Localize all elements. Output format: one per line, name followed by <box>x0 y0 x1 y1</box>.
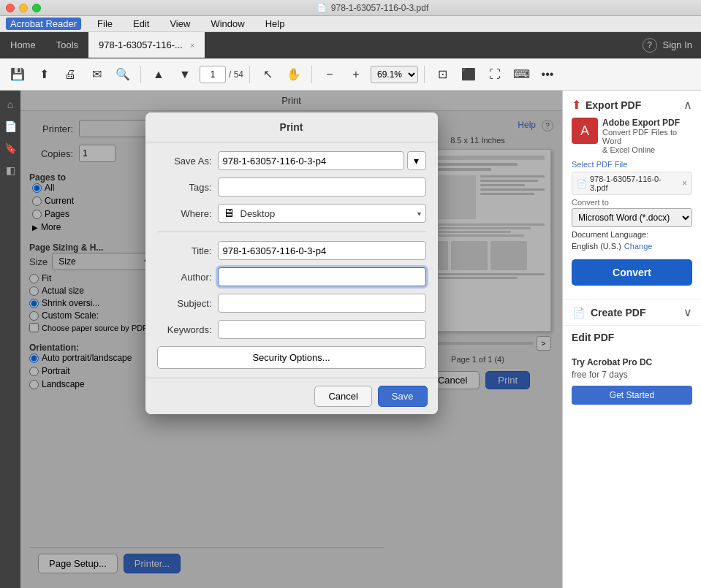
cursor-tool[interactable]: ↖ <box>256 63 279 86</box>
tab-tools-label: Tools <box>56 39 78 50</box>
toolbar-sep-4 <box>424 66 425 83</box>
export-collapse-icon[interactable]: ∧ <box>683 98 692 112</box>
dialog-save-button[interactable]: Save <box>378 386 428 407</box>
left-panel-pages[interactable]: 📄 <box>2 118 18 134</box>
save-as-input[interactable] <box>218 151 404 170</box>
keywords-input[interactable] <box>218 320 426 339</box>
close-button[interactable] <box>6 4 15 12</box>
print-button[interactable]: 🖨 <box>58 63 82 86</box>
zoom-out-button[interactable]: − <box>318 63 341 86</box>
help-icon[interactable]: ? <box>643 38 657 53</box>
search-button[interactable]: 🔍 <box>111 63 134 86</box>
keywords-label: Keywords: <box>157 324 212 335</box>
doc-lang-label: Document Language: <box>572 230 648 239</box>
menu-window[interactable]: Window <box>206 18 249 30</box>
tags-label: Tags: <box>157 182 212 193</box>
title-bar-content: 📄 978-1-63057-116-0-3.pdf <box>50 3 695 13</box>
tab-home[interactable]: Home <box>0 32 46 58</box>
keywords-row: Keywords: <box>157 320 426 339</box>
adobe-subtitle: Convert PDF Files to Word& Excel Online <box>602 128 692 154</box>
title-input[interactable] <box>218 241 426 260</box>
pro-text: Try Acrobat Pro DCfree for 7 days <box>572 356 692 381</box>
convert-button[interactable]: Convert <box>572 259 692 286</box>
title-bar: 📄 978-1-63057-116-0-3.pdf <box>0 0 701 16</box>
tab-tools[interactable]: Tools <box>46 32 88 58</box>
doc-lang-change[interactable]: Change <box>624 242 653 251</box>
maximize-button[interactable] <box>32 4 41 12</box>
minimize-button[interactable] <box>19 4 28 12</box>
save-button[interactable]: 💾 <box>6 63 29 86</box>
tab-bar: Home Tools 978-1-63057-116-... × ? Sign … <box>0 32 701 58</box>
tags-row: Tags: <box>157 177 426 196</box>
create-pdf-left: 📄 Create PDF <box>572 306 645 319</box>
security-options-button[interactable]: Security Options... <box>157 346 426 369</box>
fit-page-button[interactable]: ⬛ <box>457 63 480 86</box>
left-panel-layers[interactable]: ◧ <box>2 162 18 178</box>
menu-file[interactable]: File <box>93 18 117 30</box>
right-sidebar: ⬆ Export PDF ∧ A Adobe Export PDF Conver… <box>562 91 701 588</box>
where-select[interactable]: 🖥 Desktop ▾ <box>218 204 426 223</box>
left-panel-home[interactable]: ⌂ <box>2 96 18 112</box>
menu-view[interactable]: View <box>165 18 194 30</box>
adobe-title: Adobe Export PDF <box>602 118 692 128</box>
menu-edit[interactable]: Edit <box>129 18 154 30</box>
create-pdf-section[interactable]: 📄 Create PDF ∨ <box>563 299 701 326</box>
author-input[interactable] <box>218 267 426 286</box>
save-as-dropdown[interactable]: ▾ <box>407 151 426 170</box>
toolbar: 💾 ⬆ 🖨 ✉ 🔍 ▲ ▼ / 54 ↖ ✋ − + 69.1% 50% 75%… <box>0 58 701 91</box>
email-button[interactable]: ✉ <box>85 63 108 86</box>
where-icon: 🖥 <box>223 207 235 220</box>
where-text: Desktop <box>240 208 276 219</box>
doc-lang-row: Document Language: <box>572 230 692 239</box>
save-as-label: Save As: <box>157 156 212 167</box>
page-prev-button[interactable]: ▲ <box>147 63 170 86</box>
page-next-button[interactable]: ▼ <box>173 63 197 86</box>
adobe-text: Adobe Export PDF Convert PDF Files to Wo… <box>602 118 692 154</box>
save-dialog-footer: Cancel Save <box>145 378 438 414</box>
get-started-button[interactable]: Get Started <box>572 386 692 405</box>
more-tools-button[interactable]: ••• <box>536 63 559 86</box>
doc-lang-value: English (U.S.) <box>572 242 621 251</box>
adobe-icon: A <box>572 118 598 144</box>
zoom-in-button[interactable]: + <box>344 63 368 86</box>
file-chip-close[interactable]: × <box>682 178 687 188</box>
save-separator <box>157 232 426 232</box>
hand-tool[interactable]: ✋ <box>282 63 306 86</box>
tags-input[interactable] <box>218 177 426 196</box>
export-pdf-section: ⬆ Export PDF ∧ A Adobe Export PDF Conver… <box>563 91 701 299</box>
title-bar-icon: 📄 <box>317 3 327 12</box>
fit-width-button[interactable]: ⊡ <box>431 63 454 86</box>
subject-input[interactable] <box>218 294 426 313</box>
save-as-row: Save As: ▾ <box>157 151 426 170</box>
page-total-label: / 54 <box>229 69 243 80</box>
where-label: Where: <box>157 208 212 219</box>
author-row: Author: <box>157 267 426 286</box>
menu-help[interactable]: Help <box>261 18 289 30</box>
tab-document[interactable]: 978-1-63057-116-... × <box>88 32 205 58</box>
full-screen-button[interactable]: ⛶ <box>483 63 507 86</box>
export-icon: ⬆ <box>572 98 581 112</box>
create-pdf-expand-icon[interactable]: ∨ <box>683 305 692 319</box>
page-number-input[interactable] <box>200 66 226 83</box>
export-section-header: ⬆ Export PDF ∧ <box>572 98 692 112</box>
save-dialog-body: Save As: ▾ Tags: <box>145 142 438 378</box>
upload-button[interactable]: ⬆ <box>32 63 56 86</box>
menu-app[interactable]: Acrobat Reader <box>6 18 81 30</box>
sign-in-btn[interactable]: Sign In <box>663 39 692 50</box>
where-row: Where: 🖥 Desktop ▾ <box>157 204 426 223</box>
keyboard-button[interactable]: ⌨ <box>509 63 533 86</box>
dialog-overlay: Print Save As: ▾ Tags: <box>20 91 562 588</box>
zoom-select[interactable]: 69.1% 50% 75% 100% <box>371 66 418 83</box>
left-panel-bookmark[interactable]: 🔖 <box>2 140 18 156</box>
edit-pdf-section: Edit PDF <box>563 326 701 349</box>
file-chip-icon: 📄 <box>577 179 587 188</box>
tab-close-icon[interactable]: × <box>190 41 194 50</box>
export-content: A Adobe Export PDF Convert PDF Files to … <box>572 118 692 291</box>
save-dialog: Print Save As: ▾ Tags: <box>145 112 438 414</box>
pro-section: Try Acrobat Pro DCfree for 7 days Get St… <box>563 349 701 412</box>
select-pdf-link[interactable]: Select PDF File <box>572 160 692 169</box>
tab-document-label: 978-1-63057-116-... <box>99 39 183 50</box>
dialog-cancel-button[interactable]: Cancel <box>314 386 371 407</box>
create-pdf-icon: 📄 <box>572 306 585 319</box>
convert-to-select[interactable]: Microsoft Word (*.docx) <box>572 208 692 227</box>
